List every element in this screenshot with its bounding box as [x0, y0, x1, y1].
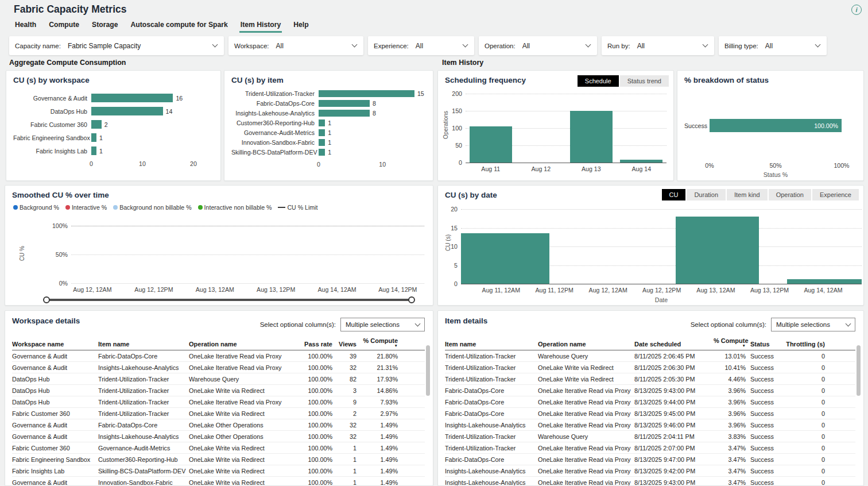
bar-dataops-hub[interactable] — [91, 107, 163, 115]
time-range-slider[interactable] — [46, 299, 412, 301]
table-row[interactable]: Insights-Lakehouse-AnalyticsOneLake Iter… — [445, 477, 855, 486]
bar-aug-13[interactable] — [570, 111, 613, 163]
table-row[interactable]: Insights-Lakehouse-AnalyticsOneLake Iter… — [445, 419, 855, 431]
table-row[interactable]: Fabric Customer 360Governance-Audit-Metr… — [12, 442, 425, 454]
tab-item-history[interactable]: Item History — [239, 18, 282, 34]
legend-item-cu-limit[interactable]: CU % Limit — [278, 204, 317, 211]
bar-fabric-dataops-core[interactable] — [319, 100, 370, 107]
vertical-scrollbar[interactable] — [857, 345, 861, 396]
tab-health[interactable]: Health — [14, 18, 37, 34]
bar-governance-audit[interactable] — [91, 94, 173, 102]
filter-bar: Capacity name:Fabric Sample CapacityWork… — [9, 36, 827, 55]
table-row[interactable]: Trident-Utilization-TrackerWarehouse Que… — [445, 350, 855, 362]
bar-trident-utilization-tracker[interactable] — [319, 90, 414, 97]
optional-columns-dropdown[interactable]: Multiple selections — [771, 318, 855, 331]
slider-handle-start[interactable] — [43, 296, 50, 303]
duration-toggle[interactable]: Duration — [687, 189, 726, 200]
bar-fabric-engineering-sandbox[interactable] — [91, 133, 96, 142]
status-trend-toggle[interactable]: Status trend — [620, 75, 669, 87]
chart-title-cu-by-workspace: CU (s) by workspace — [6, 71, 220, 84]
column-header-item-name[interactable]: Item name — [445, 341, 538, 348]
bar-row: Success100.00% — [684, 119, 858, 132]
table-row[interactable]: Fabric Engineering SandboxCustomer360-Re… — [12, 454, 425, 465]
column-header-operation-name[interactable]: Operation name — [538, 341, 634, 348]
table-row[interactable]: Insights-Lakehouse-AnalyticsOneLake Iter… — [445, 465, 855, 477]
schedule-toggle[interactable]: Schedule — [578, 75, 619, 87]
column-header-throttling-s[interactable]: Throttling (s) — [784, 341, 830, 348]
bar-customer360-reporting-hub[interactable] — [319, 119, 325, 126]
column-header-item-name[interactable]: Item name — [98, 341, 189, 348]
item-kind-toggle[interactable]: Item kind — [727, 189, 768, 200]
tab-autoscale-compute-for-spark[interactable]: Autoscale compute for Spark — [129, 18, 228, 34]
table-row[interactable]: Fabric-DataOps-CoreOneLake Iterative Rea… — [445, 454, 855, 465]
table-cell: Fabric-DataOps-Core — [445, 410, 538, 417]
bar-value-label: 1 — [99, 134, 103, 141]
plot-area: 100%50%0%Aug 12, 12AMAug 12, 12PMAug 13,… — [71, 226, 424, 283]
table-row[interactable]: Fabric-DataOps-CoreOneLake Iterative Rea… — [445, 408, 855, 419]
filter-operation-dropdown[interactable]: All — [520, 40, 592, 52]
bar-fabric-customer-360[interactable] — [91, 120, 102, 129]
column-header-status[interactable]: Status — [750, 341, 784, 348]
experience-toggle[interactable]: Experience — [812, 189, 859, 200]
table-row[interactable]: Fabric Customer 360Trident-Utilization-T… — [12, 408, 425, 419]
table-row[interactable]: Fabric-DataOps-CoreOneLake Iterative Rea… — [445, 385, 855, 396]
filter-billing-type-dropdown[interactable]: All — [763, 40, 822, 52]
bar-1[interactable] — [461, 233, 549, 284]
table-row[interactable]: Governance & AuditFabric-DataOps-CoreOne… — [12, 419, 425, 431]
bar-aug-14[interactable] — [620, 160, 662, 163]
legend-item-background[interactable]: Background % — [13, 204, 59, 211]
bar-innovation-sandbox-fabric[interactable] — [319, 139, 325, 146]
column-header-date-scheduled[interactable]: Date scheduled — [634, 341, 714, 348]
table-row[interactable]: Trident-Utilization-TrackerOneLake Itera… — [445, 442, 855, 454]
bar-governance-audit-metrics[interactable] — [319, 129, 325, 136]
table-row[interactable]: DataOps HubTrident-Utilization-TrackerOn… — [12, 396, 425, 408]
table-row[interactable]: DataOps HubTrident-Utilization-TrackerWa… — [12, 373, 425, 385]
filter-label: Operation: — [485, 43, 516, 49]
column-header-workspace-name[interactable]: Workspace name — [12, 341, 98, 348]
bar-insights-lakehouse-analytics[interactable] — [319, 110, 370, 117]
filter-run-by-dropdown[interactable]: All — [635, 40, 710, 52]
filter-workspace-dropdown[interactable]: All — [274, 40, 359, 52]
vertical-scrollbar[interactable] — [426, 345, 430, 396]
bar-2[interactable] — [676, 217, 758, 284]
table-row[interactable]: DataOps HubTrident-Utilization-TrackerOn… — [12, 385, 425, 396]
legend-item-interactive[interactable]: Interactive % — [65, 204, 107, 211]
table-cell: 3.47% — [714, 456, 750, 463]
info-icon[interactable]: i — [851, 5, 862, 15]
table-row[interactable]: Trident-Utilization-TrackerOneLake Write… — [445, 362, 855, 373]
bar-skilling-bcs-dataplatform-dev[interactable] — [319, 149, 325, 156]
table-row[interactable]: Governance & AuditFabric-DataOps-CoreOne… — [12, 350, 425, 362]
tab-storage[interactable]: Storage — [91, 18, 119, 34]
table-row[interactable]: Governance & AuditInnovation-Sandbox-Fab… — [12, 477, 425, 486]
column-header-compute[interactable]: % Compute▼ — [361, 337, 402, 348]
table-row[interactable]: Trident-Utilization-TrackerOneLake Write… — [445, 373, 855, 385]
column-header-pass-rate[interactable]: Pass rate — [301, 341, 337, 348]
x-tick-label: 100% — [834, 162, 849, 169]
table-cell: Fabric Engineering Sandbox — [12, 456, 98, 463]
filter-experience-dropdown[interactable]: All — [413, 40, 470, 52]
bar-3[interactable] — [787, 279, 862, 284]
table-row[interactable]: Trident-Utilization-TrackerWarehouse Que… — [445, 431, 855, 442]
table-row[interactable]: Governance & AuditInsights-Lakehouse-Ana… — [12, 431, 425, 442]
table-row[interactable]: Fabric-DataOps-CoreOneLake Iterative Rea… — [445, 396, 855, 408]
bar-fabric-insights-lab[interactable] — [91, 146, 96, 155]
table-cell: 0 — [784, 468, 830, 475]
table-row[interactable]: Governance & AuditInsights-Lakehouse-Ana… — [12, 362, 425, 373]
column-header-compute[interactable]: % Compute▼ — [714, 337, 750, 348]
legend-label: CU % Limit — [287, 204, 317, 211]
table-row[interactable]: Fabric Insights LabSkilling-BCS-DataPlat… — [12, 465, 425, 477]
operation-toggle[interactable]: Operation — [769, 189, 811, 200]
column-header-views[interactable]: Views — [337, 341, 361, 348]
slider-handle-end[interactable] — [408, 296, 415, 303]
column-header-operation-name[interactable]: Operation name — [189, 341, 301, 348]
bar-value-label: 15 — [417, 90, 424, 97]
bar-aug-11[interactable] — [470, 126, 512, 163]
filter-capacity-name-dropdown[interactable]: Fabric Sample Capacity — [65, 40, 219, 52]
legend-item-interactive-non-billable[interactable]: Interactive non billable % — [198, 204, 272, 211]
tab-compute[interactable]: Compute — [48, 18, 80, 34]
cu-toggle[interactable]: CU — [662, 189, 686, 200]
x-tick-label: Aug 13, 12AM — [696, 287, 735, 294]
tab-help[interactable]: Help — [292, 18, 309, 34]
optional-columns-dropdown[interactable]: Multiple selections — [340, 318, 425, 331]
legend-item-background-non-billable[interactable]: Background non billable % — [113, 204, 191, 211]
